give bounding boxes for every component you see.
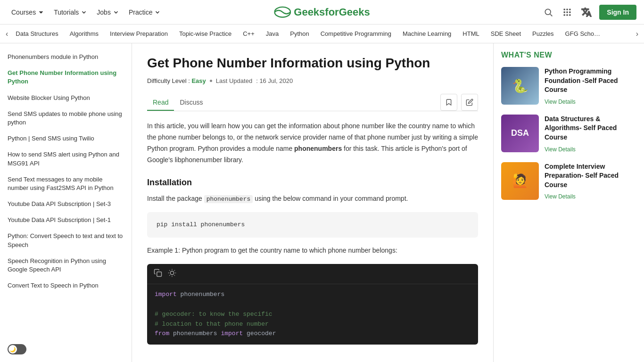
bookmark-button[interactable] — [440, 94, 457, 111]
cat-python[interactable]: Python — [284, 25, 314, 43]
installation-title: Installation — [147, 175, 478, 190]
cat-competitive[interactable]: Competitive Programming — [315, 25, 397, 43]
main-layout: Phonenumbers module in Python Get Phone … — [0, 43, 644, 362]
apps-button[interactable] — [561, 6, 574, 19]
intro-paragraph: In this article, you will learn how you … — [147, 121, 478, 165]
sidebar-item-fast2sms[interactable]: Send Text messages to any mobile number … — [0, 172, 132, 196]
sidebar-item-sms-updates[interactable]: Send SMS updates to mobile phone using p… — [0, 106, 132, 131]
dsa-thumb-text: DSA — [501, 115, 539, 152]
svg-rect-7 — [567, 11, 568, 13]
svg-line-16 — [169, 270, 170, 271]
course-name-python: Python Programming Foundation -Self Pace… — [545, 67, 636, 95]
svg-line-20 — [169, 275, 170, 276]
course-info-dsa: Data Structures & Algorithms- Self Paced… — [545, 115, 636, 153]
bookmark-icon — [445, 99, 453, 106]
code-line-1: import phonenumbers — [155, 290, 471, 300]
code-line-blank — [155, 300, 471, 310]
last-updated-label: Last Updated — [216, 77, 252, 84]
category-bar: ‹ Data Structures Algorithms Interview P… — [0, 25, 644, 43]
cat-next-button[interactable]: › — [634, 30, 640, 38]
cat-sde[interactable]: SDE Sheet — [485, 25, 527, 43]
dark-toggle-knob: 🌙 — [8, 345, 17, 354]
right-sidebar: WHAT'S NEW 🐍 Python Programming Foundati… — [493, 43, 644, 362]
cat-ml[interactable]: Machine Learning — [397, 25, 457, 43]
pip-command-block: pip install phonenumbers — [147, 212, 478, 238]
edit-button[interactable] — [461, 94, 478, 111]
cat-cpp[interactable]: C++ — [237, 25, 260, 43]
sidebar-item-youtube-set1[interactable]: Youtube Data API Subscription | Set-1 — [0, 212, 132, 228]
svg-rect-10 — [567, 14, 568, 16]
cat-data-structures[interactable]: Data Structures — [10, 25, 64, 43]
courses-menu[interactable]: Courses — [8, 7, 48, 18]
view-details-interview[interactable]: View Details — [545, 193, 576, 200]
svg-rect-9 — [564, 14, 565, 16]
tutorials-menu[interactable]: Tutorials — [50, 7, 91, 18]
sidebar-item-twilio[interactable]: Python | Send SMS using Twilio — [0, 131, 132, 147]
cat-topic-practice[interactable]: Topic-wise Practice — [173, 25, 237, 43]
sidebar-item-youtube-set3[interactable]: Youtube Data API Subscription | Set-3 — [0, 196, 132, 212]
sidebar-item-website-blocker[interactable]: Website Blocker Using Python — [0, 90, 132, 106]
category-items: Data Structures Algorithms Interview Pre… — [10, 25, 634, 43]
tab-read[interactable]: Read — [147, 95, 174, 111]
practice-menu[interactable]: Practice — [125, 7, 165, 18]
cat-gfg-school[interactable]: GFG Scho… — [560, 25, 606, 43]
theme-toggle-button[interactable] — [167, 268, 177, 280]
course-card-dsa: DSA Data Structures & Algorithms- Self P… — [501, 115, 636, 153]
cat-puzzles[interactable]: Puzzles — [527, 25, 560, 43]
sidebar-item-phonenumbers-module[interactable]: Phonenumbers module in Python — [0, 49, 132, 65]
jobs-menu[interactable]: Jobs — [93, 7, 123, 18]
cat-prev-button[interactable]: ‹ — [4, 30, 10, 38]
article-tabs: Read Discuss — [147, 94, 478, 111]
cat-html[interactable]: HTML — [457, 25, 485, 43]
copy-code-button[interactable] — [153, 268, 163, 280]
course-name-interview: Complete Interview Preparation- Self Pac… — [545, 162, 636, 190]
sidebar-item-get-phone-info[interactable]: Get Phone Number Information using Pytho… — [0, 65, 132, 90]
search-icon — [544, 8, 553, 17]
svg-point-13 — [170, 271, 174, 275]
course-info-python: Python Programming Foundation -Self Pace… — [545, 67, 636, 105]
view-details-dsa[interactable]: View Details — [545, 146, 576, 153]
logo-icon — [274, 6, 291, 19]
dark-mode-toggle[interactable]: 🌙 — [8, 344, 26, 354]
nav-left: Courses Tutorials Jobs Practice — [8, 7, 165, 18]
svg-rect-6 — [564, 11, 565, 13]
translate-icon — [581, 7, 592, 17]
tab-discuss[interactable]: Discuss — [174, 95, 208, 111]
installation-text: Install the package phonenumbers using t… — [147, 193, 478, 205]
sign-in-button[interactable]: Sign In — [599, 5, 636, 20]
course-thumb-dsa: DSA — [501, 115, 539, 152]
sidebar-item-speech-convert[interactable]: Python: Convert Speech to text and text … — [0, 228, 132, 253]
article-meta: Difficulty Level : Easy Last Updated : 1… — [147, 77, 478, 84]
sidebar-item-sms-alert[interactable]: How to send SMS alert using Python and M… — [0, 147, 132, 171]
code-line-comment2: # location to that phone number — [155, 320, 471, 329]
code-line-comment1: # geocoder: to know the specific — [155, 310, 471, 320]
cat-java[interactable]: Java — [260, 25, 284, 43]
article-title: Get Phone Number Information using Pytho… — [147, 55, 478, 72]
svg-rect-4 — [567, 8, 568, 10]
sidebar-item-text-to-speech[interactable]: Convert Text to Speech in Python — [0, 278, 132, 294]
svg-rect-11 — [569, 14, 570, 16]
svg-line-17 — [174, 275, 175, 276]
svg-rect-5 — [569, 8, 570, 10]
course-info-interview: Complete Interview Preparation- Self Pac… — [545, 162, 636, 200]
sidebar-item-speech-recognition[interactable]: Speech Recognition in Python using Googl… — [0, 253, 132, 278]
pip-command: pip install phonenumbers — [157, 221, 245, 228]
whats-new-title: WHAT'S NEW — [501, 51, 636, 59]
meta-dot — [210, 80, 212, 82]
cat-algorithms[interactable]: Algorithms — [64, 25, 104, 43]
translate-button[interactable] — [579, 5, 594, 19]
logo[interactable]: GeeksforGeeks — [274, 6, 370, 19]
search-button[interactable] — [542, 6, 555, 19]
code-editor: import phonenumbers # geocoder: to know … — [147, 264, 478, 345]
view-details-python[interactable]: View Details — [545, 99, 576, 105]
course-thumb-interview: 🙋 — [501, 162, 539, 200]
cat-interview-prep[interactable]: Interview Preparation — [104, 25, 173, 43]
last-updated-value: : 16 Jul, 2020 — [256, 77, 293, 84]
svg-rect-3 — [564, 8, 565, 10]
edit-icon — [466, 99, 473, 106]
code-body: import phonenumbers # geocoder: to know … — [147, 284, 478, 345]
left-sidebar: Phonenumbers module in Python Get Phone … — [0, 43, 132, 362]
sun-icon — [168, 269, 176, 277]
svg-rect-12 — [157, 272, 162, 277]
difficulty-label: Difficulty Level : Easy — [147, 77, 206, 84]
